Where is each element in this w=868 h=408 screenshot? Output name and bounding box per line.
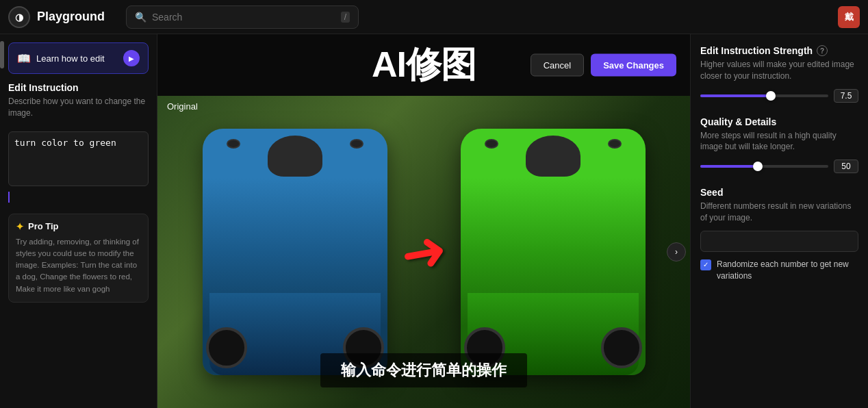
quality-slider-container: 50 xyxy=(700,160,858,173)
logo-icon: ◑ xyxy=(8,6,30,28)
seed-desc: Different numbers result in new variatio… xyxy=(700,201,858,224)
pro-tip-title: Pro Tip xyxy=(28,221,59,231)
user-avatar[interactable]: 戴 xyxy=(838,6,860,28)
save-changes-button[interactable]: Save Changes xyxy=(591,54,676,77)
right-panel: Edit Instruction Strength ? Higher value… xyxy=(690,34,868,408)
strength-title: Edit Instruction Strength ? xyxy=(700,45,858,56)
strength-desc: Higher values will make your edited imag… xyxy=(700,59,858,82)
cancel-button[interactable]: Cancel xyxy=(531,54,584,77)
center-panel: AI修图 Cancel Save Changes Original xyxy=(157,34,690,408)
book-icon: 📖 xyxy=(17,52,31,65)
edit-instruction-section: Edit Instruction Describe how you want t… xyxy=(8,82,149,205)
strength-help-icon[interactable]: ? xyxy=(817,45,828,56)
arrow-container: ➜ xyxy=(401,220,447,284)
quality-slider-track[interactable] xyxy=(700,165,828,168)
seed-input[interactable] xyxy=(700,231,858,252)
topnav: ◑ Playground 🔍 / 戴 xyxy=(0,0,868,34)
center-header: AI修图 Cancel Save Changes xyxy=(157,34,690,96)
strength-value: 7.5 xyxy=(834,89,858,103)
randomize-row: ✓ Randomize each number to get new varia… xyxy=(700,259,858,282)
frog-right-image xyxy=(461,129,646,375)
main-layout: 📖 Learn how to edit ▶ Edit Instruction D… xyxy=(0,34,868,408)
strength-slider-container: 7.5 xyxy=(700,89,858,103)
pro-tip-header: ✦ Pro Tip xyxy=(16,221,141,232)
seed-title: Seed xyxy=(700,187,858,198)
edit-instruction-desc: Describe how you want to change the imag… xyxy=(8,96,149,119)
pro-tip-text: Try adding, removing, or thinking of sty… xyxy=(16,236,141,295)
original-label: Original xyxy=(167,101,198,112)
search-input[interactable] xyxy=(152,12,335,23)
pro-tip-icon: ✦ xyxy=(16,221,24,232)
quality-title: Quality & Details xyxy=(700,116,858,127)
edit-instruction-title: Edit Instruction xyxy=(8,82,149,93)
strength-slider-thumb[interactable] xyxy=(766,91,776,101)
cursor-line xyxy=(8,192,10,203)
scroll-thumb xyxy=(0,41,4,68)
action-buttons: Cancel Save Changes xyxy=(531,54,676,77)
logo-area: ◑ Playground xyxy=(8,6,118,28)
red-arrow-icon: ➜ xyxy=(396,216,452,287)
search-icon: 🔍 xyxy=(135,12,146,23)
slash-badge: / xyxy=(341,12,350,23)
edit-instruction-textarea[interactable]: turn color to green xyxy=(8,131,149,186)
quality-slider-thumb[interactable] xyxy=(753,162,763,171)
randomize-label: Randomize each number to get new variati… xyxy=(717,259,858,282)
search-bar[interactable]: 🔍 / xyxy=(126,5,359,29)
quality-section: Quality & Details More steps will result… xyxy=(700,116,858,174)
page-title: AI修图 xyxy=(372,41,476,89)
learn-btn-label: Learn how to edit xyxy=(36,53,105,64)
learn-how-to-edit-button[interactable]: 📖 Learn how to edit ▶ xyxy=(8,42,149,74)
strength-slider-fill xyxy=(700,94,771,97)
seed-section: Seed Different numbers result in new var… xyxy=(700,187,858,281)
left-panel: 📖 Learn how to edit ▶ Edit Instruction D… xyxy=(0,34,157,408)
strength-section: Edit Instruction Strength ? Higher value… xyxy=(700,45,858,103)
app-title: Playground xyxy=(37,10,105,24)
strength-slider-track[interactable] xyxy=(700,94,828,97)
randomize-checkbox[interactable]: ✓ xyxy=(700,259,711,270)
overlay-text-bottom: 输入命令进行简单的操作 xyxy=(320,353,527,387)
left-inner: 📖 Learn how to edit ▶ Edit Instruction D… xyxy=(0,34,157,408)
image-container: Original ➜ xyxy=(157,96,690,408)
quality-desc: More steps will result in a high quality… xyxy=(700,130,858,153)
quality-slider-fill xyxy=(700,165,758,168)
frog-left-image xyxy=(203,129,387,375)
chevron-right-button[interactable]: › xyxy=(667,242,686,262)
pro-tip-box: ✦ Pro Tip Try adding, removing, or think… xyxy=(8,214,149,303)
play-icon: ▶ xyxy=(123,50,140,66)
quality-value: 50 xyxy=(834,160,858,173)
